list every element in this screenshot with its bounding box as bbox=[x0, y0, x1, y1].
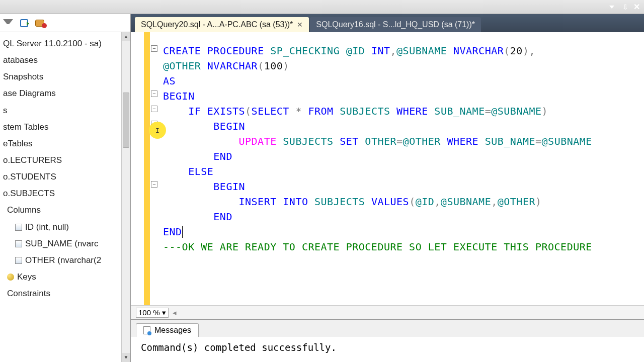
tree-node[interactable]: o.LECTURERS bbox=[1, 152, 130, 168]
tab-label: SQLQuery16.sql - S...ld_HQ_USD (sa (71))… bbox=[316, 20, 475, 29]
editor-pane: SQLQuery20.sql - A...A-PC.ABC (sa (53))*… bbox=[131, 14, 644, 362]
messages-icon bbox=[143, 326, 150, 334]
fold-icon[interactable]: − bbox=[151, 181, 157, 188]
tree-node[interactable]: Snapshots bbox=[1, 68, 130, 85]
code-text[interactable]: CREATE PROCEDURE SP_CHECKING @ID INT,@SU… bbox=[161, 32, 644, 305]
object-tree[interactable]: QL Server 11.0.2100 - sa) atabases Snaps… bbox=[0, 32, 130, 305]
scroll-down-icon[interactable]: ▼ bbox=[122, 353, 130, 362]
tree-node[interactable]: o.STUDENTS bbox=[1, 168, 130, 185]
messages-tab-label: Messages bbox=[154, 326, 191, 335]
pin-icon[interactable]: ⇩ bbox=[622, 3, 630, 11]
refresh-icon[interactable] bbox=[20, 19, 28, 27]
messages-panel: Messages Command(s) completed successful… bbox=[131, 319, 644, 362]
messages-output[interactable]: Command(s) completed successfully. bbox=[131, 337, 644, 362]
tab-inactive[interactable]: SQLQuery16.sql - S...ld_HQ_USD (sa (71))… bbox=[310, 17, 481, 32]
keys-folder[interactable]: Keys bbox=[1, 268, 130, 285]
tree-node[interactable]: eTables bbox=[1, 135, 130, 152]
vertical-scrollbar[interactable]: ▲ ▼ bbox=[121, 32, 130, 362]
column-item[interactable]: ID (int, null) bbox=[1, 219, 130, 235]
dropdown-icon[interactable] bbox=[609, 6, 614, 9]
column-item[interactable]: SUB_NAME (nvarc bbox=[1, 235, 130, 252]
key-icon bbox=[7, 274, 14, 281]
column-icon bbox=[15, 240, 22, 247]
server-node[interactable]: QL Server 11.0.2100 - sa) bbox=[1, 35, 130, 52]
tab-close-icon[interactable]: ✕ bbox=[297, 21, 303, 29]
disconnect-icon[interactable] bbox=[35, 20, 44, 27]
tree-node[interactable]: ase Diagrams bbox=[1, 85, 130, 102]
scroll-up-icon[interactable]: ▲ bbox=[122, 32, 130, 41]
fold-icon[interactable]: − bbox=[151, 90, 157, 97]
panel-header: ⇩ ✕ bbox=[0, 0, 644, 14]
tree-node[interactable]: stem Tables bbox=[1, 119, 130, 135]
tree-node[interactable]: atabases bbox=[1, 52, 130, 68]
zoom-bar: 100 % ▾ ◂ bbox=[131, 305, 644, 319]
code-editor[interactable]: − − − − − I CREATE PROCEDURE SP_CHECKING… bbox=[131, 32, 644, 305]
filter-icon[interactable] bbox=[3, 19, 13, 29]
columns-folder[interactable]: Columns bbox=[1, 202, 130, 218]
tree-node[interactable]: o.SUBJECTS bbox=[1, 185, 130, 202]
fold-icon[interactable]: − bbox=[151, 106, 157, 112]
close-icon[interactable]: ✕ bbox=[633, 2, 640, 12]
change-indicator bbox=[144, 32, 150, 305]
messages-tab[interactable]: Messages bbox=[136, 323, 199, 337]
fold-icon[interactable]: − bbox=[151, 45, 157, 52]
cursor-highlight: I bbox=[149, 122, 166, 139]
tree-node[interactable]: s bbox=[1, 102, 130, 119]
scroll-left-icon[interactable]: ◂ bbox=[173, 308, 177, 317]
tab-label: SQLQuery20.sql - A...A-PC.ABC (sa (53))* bbox=[141, 20, 293, 29]
constraints-folder[interactable]: Constraints bbox=[1, 285, 130, 302]
column-item[interactable]: OTHER (nvarchar(2 bbox=[1, 252, 130, 268]
object-explorer: QL Server 11.0.2100 - sa) atabases Snaps… bbox=[0, 14, 131, 362]
scroll-thumb[interactable] bbox=[123, 93, 129, 148]
tab-active[interactable]: SQLQuery20.sql - A...A-PC.ABC (sa (53))*… bbox=[135, 17, 309, 32]
fold-gutter[interactable]: − − − − − I bbox=[150, 32, 161, 305]
zoom-dropdown[interactable]: 100 % ▾ bbox=[136, 308, 169, 318]
explorer-toolbar bbox=[0, 14, 130, 32]
document-tabs: SQLQuery20.sql - A...A-PC.ABC (sa (53))*… bbox=[131, 14, 644, 32]
column-icon bbox=[15, 224, 22, 231]
column-icon bbox=[15, 257, 22, 264]
